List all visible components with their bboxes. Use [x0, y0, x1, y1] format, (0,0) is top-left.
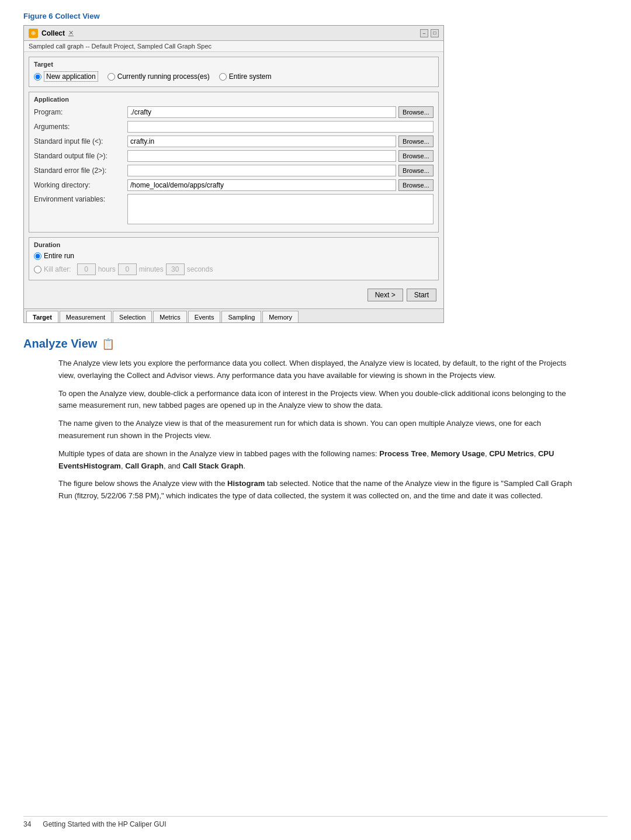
tab-memory[interactable]: Memory — [262, 311, 299, 322]
arguments-input[interactable] — [127, 121, 434, 133]
kill-seconds-input[interactable] — [166, 263, 185, 275]
envvars-row: Environment variables: — [34, 194, 434, 224]
restore-button[interactable]: □ — [431, 29, 439, 37]
tab-metrics[interactable]: Metrics — [153, 311, 186, 322]
envvars-input[interactable] — [127, 194, 434, 224]
radio-kill-after[interactable]: Kill after: hours minutes seconds — [34, 263, 213, 275]
analyze-view-section: Analyze View 📋 The Analyze view lets you… — [23, 337, 608, 502]
stdout-input[interactable] — [127, 150, 396, 162]
title-bar: ⊕ Collect ✕ – □ — [24, 26, 443, 41]
stderr-label: Standard error file (2>): — [34, 166, 127, 175]
hours-label: hours — [98, 265, 116, 273]
target-legend: Target — [34, 61, 434, 68]
minutes-label: minutes — [139, 265, 164, 273]
stdin-input[interactable] — [127, 136, 396, 147]
program-browse-button[interactable]: Browse... — [398, 106, 434, 118]
arguments-label: Arguments: — [34, 123, 127, 131]
tab-sampling[interactable]: Sampling — [221, 311, 261, 322]
envvars-label: Environment variables: — [34, 194, 127, 203]
application-legend: Application — [34, 96, 434, 103]
duration-group: Duration Entire run Kill after: hours mi… — [29, 237, 439, 280]
tab-events[interactable]: Events — [188, 311, 221, 322]
stdin-label: Standard input file (<): — [34, 137, 127, 145]
analyze-title-text: Analyze View — [23, 337, 97, 350]
workdir-label: Working directory: — [34, 181, 127, 189]
start-button[interactable]: Start — [407, 289, 436, 301]
analyze-para-3: The name given to the Analyze view is th… — [58, 418, 584, 442]
stderr-input[interactable] — [127, 165, 396, 176]
stdin-row: Standard input file (<): Browse... — [34, 136, 434, 147]
radio-entire-run[interactable]: Entire run — [34, 252, 74, 260]
target-group: Target New application Currently running… — [29, 57, 439, 87]
analyze-view-title: Analyze View 📋 — [23, 337, 608, 350]
page-number: 34 — [23, 820, 31, 828]
analyze-para-5: The figure below shows the Analyze view … — [58, 478, 584, 502]
workdir-row: Working directory: Browse... — [34, 179, 434, 191]
tab-target[interactable]: Target — [26, 311, 58, 322]
window-title: Collect — [41, 29, 65, 37]
kill-minutes-input[interactable] — [118, 263, 137, 275]
stdout-row: Standard output file (>): Browse... — [34, 150, 434, 162]
close-tab-label[interactable]: ✕ — [68, 29, 74, 37]
workdir-browse-button[interactable]: Browse... — [398, 179, 434, 191]
stdin-browse-button[interactable]: Browse... — [398, 136, 434, 147]
stdout-label: Standard output file (>): — [34, 152, 127, 160]
analyze-para-2: To open the Analyze view, double-click a… — [58, 388, 584, 412]
subtitle-bar: Sampled call graph -- Default Project, S… — [24, 41, 443, 52]
arguments-row: Arguments: — [34, 121, 434, 133]
duration-legend: Duration — [34, 241, 434, 248]
workdir-input[interactable] — [127, 179, 396, 191]
footer-text: Getting Started with the HP Caliper GUI — [43, 820, 166, 828]
program-row: Program: Browse... — [34, 106, 434, 118]
tab-measurement[interactable]: Measurement — [60, 311, 112, 322]
collect-window: ⊕ Collect ✕ – □ Sampled call graph -- De… — [23, 25, 444, 323]
radio-entire-system[interactable]: Entire system — [219, 72, 272, 81]
stderr-browse-button[interactable]: Browse... — [398, 165, 434, 176]
collect-icon: ⊕ — [29, 29, 38, 38]
kill-hours-input[interactable] — [77, 263, 96, 275]
radio-running-process[interactable]: Currently running process(es) — [108, 72, 210, 81]
analyze-para-1: The Analyze view lets you explore the pe… — [58, 357, 584, 382]
program-input[interactable] — [127, 106, 396, 118]
stderr-row: Standard error file (2>): Browse... — [34, 165, 434, 176]
next-button[interactable]: Next > — [367, 289, 403, 301]
tab-bar: Target Measurement Selection Metrics Eve… — [24, 308, 443, 322]
seconds-label: seconds — [187, 265, 213, 273]
application-group: Application Program: Browse... Arguments… — [29, 92, 439, 232]
radio-new-application[interactable]: New application — [34, 71, 98, 82]
button-bar: Next > Start — [29, 285, 439, 304]
minimize-button[interactable]: – — [420, 29, 428, 37]
analyze-content: The Analyze view lets you explore the pe… — [58, 357, 584, 502]
stdout-browse-button[interactable]: Browse... — [398, 150, 434, 162]
analyze-para-4: Multiple types of data are shown in the … — [58, 448, 584, 473]
figure-caption: Figure 6 Collect View — [23, 12, 608, 20]
page-footer: 34 Getting Started with the HP Caliper G… — [23, 816, 608, 828]
program-label: Program: — [34, 108, 127, 116]
analyze-icon: 📋 — [102, 338, 115, 350]
tab-selection[interactable]: Selection — [113, 311, 152, 322]
